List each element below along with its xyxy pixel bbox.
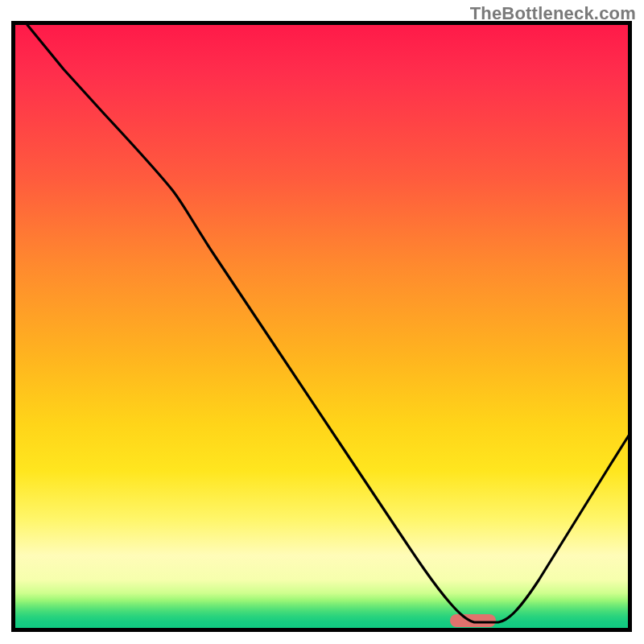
watermark-text: TheBottleneck.com [470, 3, 636, 24]
plot-frame [11, 21, 632, 632]
bottleneck-curve [15, 25, 628, 628]
chart-canvas: TheBottleneck.com [0, 0, 644, 644]
curve-path [27, 25, 628, 622]
